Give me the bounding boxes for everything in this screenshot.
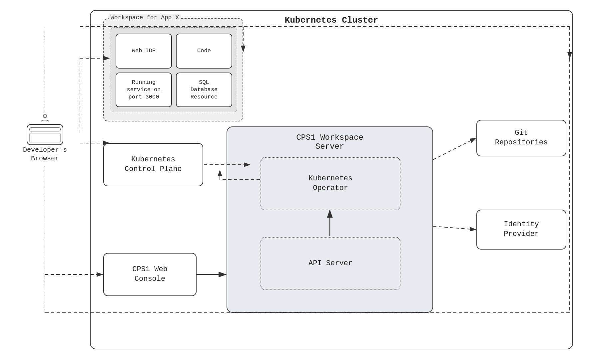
workspace-app-label: Workspace for App X — [109, 14, 181, 21]
developer-browser: Developer'sBrowser — [10, 113, 80, 166]
k8s-operator-box: KubernetesOperator — [261, 157, 400, 210]
cps1-ws-label: CPS1 WorkspaceServer — [296, 133, 363, 151]
git-repositories-label: GitRepositories — [495, 128, 548, 147]
k8s-control-plane-label: KubernetesControl Plane — [125, 155, 182, 174]
browser-shape — [27, 124, 63, 145]
k8s-operator-label: KubernetesOperator — [308, 174, 352, 193]
diagram-container: Kubernetes Cluster Developer'sBrowser Wo… — [0, 0, 593, 364]
dev-browser-label: Developer'sBrowser — [23, 146, 67, 163]
cps1-webconsole-box: CPS1 WebConsole — [103, 253, 197, 296]
workspace-app-box: Workspace for App X Web IDE Code Running… — [103, 18, 243, 121]
cps1-workspace-server-box: CPS1 WorkspaceServer KubernetesOperator … — [227, 126, 433, 313]
api-server-label: API Server — [308, 259, 352, 269]
cps1-webconsole-label: CPS1 WebConsole — [132, 265, 168, 284]
person-icon — [38, 113, 52, 123]
git-repositories-box: GitRepositories — [476, 120, 566, 156]
k8s-control-plane-box: KubernetesControl Plane — [103, 143, 203, 186]
code-box: Code — [176, 34, 232, 69]
identity-provider-label: IdentityProvider — [504, 220, 539, 239]
running-service-box: Runningservice onport 3000 — [116, 73, 172, 107]
svg-point-0 — [43, 114, 47, 118]
web-ide-box: Web IDE — [116, 34, 172, 69]
api-server-box: API Server — [261, 237, 400, 290]
identity-provider-box: IdentityProvider — [476, 210, 566, 250]
sql-database-box: SQLDatabaseResource — [176, 73, 232, 107]
k8s-cluster-label: Kubernetes Cluster — [285, 15, 378, 25]
workspace-inner: Web IDE Code Runningservice onport 3000 … — [111, 27, 237, 112]
